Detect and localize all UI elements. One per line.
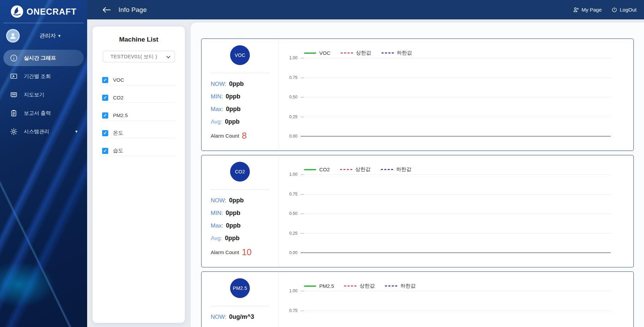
y-tick: 1.00 (279, 289, 301, 293)
legend-item-series: PM2.5 (304, 283, 334, 289)
logout-button[interactable]: LogOut (611, 7, 637, 13)
checkbox-row-humidity[interactable]: 습도 (102, 146, 175, 156)
checkbox-checked-icon[interactable] (102, 112, 108, 119)
sensor-stats: NOW: 0ppb MIN: 0ppb Max: 0ppb Avg: (211, 197, 275, 257)
report-clipboard-icon (10, 109, 18, 117)
sidebar-background-streaks (0, 0, 87, 327)
gridline: 1.00 (279, 56, 611, 60)
sensor-line-chart: VOC 상한값 하한값 1.00 0.75 0.50 0.25 0.00 (279, 39, 633, 151)
stat-now: NOW: 0ug/m^3 (211, 313, 275, 322)
screen-share-icon (10, 72, 18, 80)
divider (211, 73, 269, 73)
legend-swatch-solid-green (304, 52, 316, 54)
checkbox-row-voc[interactable]: VOC (102, 75, 175, 85)
checkbox-row-temperature[interactable]: 온도 (102, 128, 175, 138)
y-tick: 0.75 (279, 192, 301, 197)
brand-logo: ONECRAFT (0, 0, 87, 18)
alarm-count: Alarm Count 10 (211, 247, 275, 257)
my-page-label: My Page (582, 7, 602, 13)
stat-min: MIN: 0ppb (211, 93, 275, 101)
stat-max: Max: 0ppb (211, 106, 275, 114)
sensor-badge: VOC (230, 45, 250, 65)
gridline: 0.75 (279, 192, 611, 197)
sensor-line-chart: PM2.5 상한값 하한값 1.00 0.75 0.50 0.25 0.00 (279, 272, 633, 327)
sidebar-item-label: 기간별 조회 (24, 73, 51, 80)
info-circle-icon (10, 54, 18, 62)
sidebar-nav: 실시간 그래프 기간별 조회 지도보기 (0, 50, 87, 140)
chevron-down-icon: ▼ (58, 34, 61, 38)
machine-list-title: Machine List (93, 27, 185, 43)
legend-swatch-dashed-blue (385, 285, 397, 286)
sidebar-item-label: 시스템관리 (24, 128, 49, 135)
profile-row[interactable]: 관리자▼ (6, 29, 81, 43)
avatar (6, 29, 20, 43)
my-page-button[interactable]: My Page (573, 6, 602, 13)
gridline: 0.75 (279, 75, 611, 80)
machine-list-panel: Machine List TESTDEV01( 보티 ) VOC CO2 PM2… (93, 27, 185, 323)
onecraft-sail-icon (11, 5, 23, 18)
x-axis-line: 0.00 (279, 250, 611, 255)
divider (211, 189, 269, 190)
checkbox-checked-icon[interactable] (102, 95, 108, 101)
gridline: 1.00 (279, 172, 611, 177)
sensor-badge: PM2.5 (230, 278, 250, 298)
sidebar-item-label: 보고서 출력 (24, 110, 51, 116)
divider (3, 23, 84, 23)
power-icon (611, 7, 617, 13)
legend-swatch-solid-green (304, 169, 316, 170)
sidebar-item-system-admin[interactable]: 시스템관리 ▼ (3, 123, 84, 140)
gear-icon (10, 127, 18, 136)
checkbox-checked-icon[interactable] (102, 77, 108, 83)
gridline: 0.50 (279, 95, 611, 99)
y-tick: 0.25 (279, 114, 301, 119)
sensor-line-chart: CO2 상한값 하한값 1.00 0.75 0.50 0.25 0.00 (279, 155, 633, 267)
page-title: Info Page (118, 6, 147, 14)
gridline: 0.25 (279, 114, 611, 119)
sidebar-item-map-view[interactable]: 지도보기 (3, 87, 84, 103)
y-tick: 0.75 (279, 75, 301, 80)
y-tick: 0.50 (279, 211, 301, 216)
sensor-cards-list: VOC NOW: 0ppb MIN: 0ppb Max: (201, 38, 634, 327)
stat-min: MIN: 0ppb (211, 209, 275, 218)
role-label: 관리자 (39, 33, 56, 38)
checkbox-checked-icon[interactable] (102, 130, 108, 136)
gridline: 0.50 (279, 211, 611, 216)
legend-swatch-solid-green (304, 285, 316, 287)
sidebar-item-realtime-graph[interactable]: 실시간 그래프 (3, 50, 84, 66)
y-tick: 1.00 (279, 56, 301, 60)
legend-swatch-dashed-blue (381, 169, 393, 170)
sensor-summary: CO2 NOW: 0ppb MIN: 0ppb Max: (202, 155, 279, 267)
gridline: 0.25 (279, 231, 611, 236)
chevron-down-icon: ▼ (75, 129, 78, 134)
sensor-checkbox-list: VOC CO2 PM2.5 온도 습도 (93, 75, 185, 156)
stat-now: NOW: 0ppb (211, 80, 275, 89)
legend-item-series: VOC (304, 50, 331, 56)
y-tick: 1.00 (279, 172, 301, 177)
sensor-card-co2: CO2 NOW: 0ppb MIN: 0ppb Max: (201, 155, 634, 267)
sensor-badge: CO2 (230, 162, 250, 182)
legend-item-series: CO2 (304, 167, 330, 172)
checkbox-checked-icon[interactable] (102, 148, 108, 154)
sensor-summary: VOC NOW: 0ppb MIN: 0ppb Max: (202, 39, 279, 151)
legend-swatch-dashed-pink (344, 285, 356, 286)
content-area: VOC NOW: 0ppb MIN: 0ppb Max: (87, 19, 644, 327)
chevron-down-icon (166, 54, 170, 58)
sidebar-item-period-search[interactable]: 기간별 조회 (3, 68, 84, 84)
sidebar-item-report-print[interactable]: 보고서 출력 (3, 105, 84, 121)
y-tick: 0.50 (279, 95, 301, 99)
sensor-card-pm25: PM2.5 NOW: 0ug/m^3 PM2.5 상한값 하한값 (201, 271, 634, 327)
stat-max: Max: 0ppb (211, 222, 275, 230)
legend-swatch-dashed-pink (340, 169, 352, 170)
back-arrow-icon[interactable] (102, 6, 111, 14)
divider (211, 306, 269, 306)
checkbox-row-co2[interactable]: CO2 (102, 93, 175, 103)
topbar: Info Page My Page LogOut (87, 0, 644, 19)
y-tick: 0.00 (279, 250, 301, 255)
stat-avg: Avg: 0ppb (211, 235, 275, 243)
checkbox-row-pm25[interactable]: PM2.5 (102, 110, 175, 121)
y-tick: 0.75 (279, 308, 301, 313)
legend-swatch-dashed-pink (341, 52, 353, 53)
device-select[interactable]: TESTDEV01( 보티 ) (103, 51, 175, 62)
sensor-stats: NOW: 0ppb MIN: 0ppb Max: 0ppb Avg: (211, 80, 275, 140)
sensor-summary: PM2.5 NOW: 0ug/m^3 (202, 272, 279, 327)
